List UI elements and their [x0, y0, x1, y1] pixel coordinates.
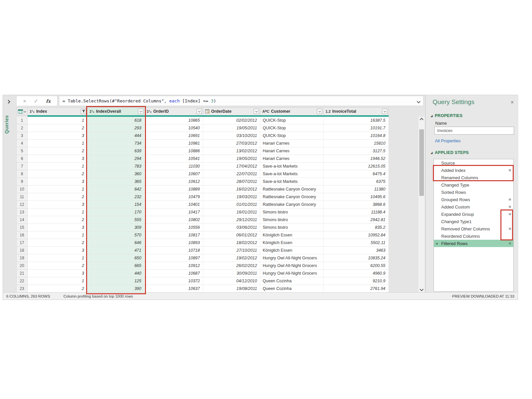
- column-header-index[interactable]: 1²₃Index: [28, 107, 87, 115]
- row-number-cell[interactable]: 8: [16, 170, 28, 178]
- data-cell[interactable]: 16/02/2012: [203, 186, 260, 193]
- data-cell[interactable]: Hungry Owl All-Night Grocers: [260, 270, 324, 277]
- data-cell[interactable]: 835.2: [324, 224, 389, 231]
- data-cell[interactable]: Simons bistro: [260, 208, 324, 216]
- data-cell[interactable]: 10417: [145, 208, 203, 216]
- scroll-down-button[interactable]: [418, 286, 425, 292]
- column-header-indexoverall[interactable]: 1²₃IndexOverall: [87, 107, 145, 115]
- data-cell[interactable]: 2: [28, 285, 87, 293]
- data-cell[interactable]: 293: [87, 124, 145, 132]
- data-cell[interactable]: 444: [87, 132, 145, 140]
- data-cell[interactable]: 10541: [145, 155, 203, 163]
- row-number-cell[interactable]: 14: [16, 216, 28, 224]
- data-cell[interactable]: 3: [28, 201, 87, 208]
- data-cell[interactable]: 10691: [145, 132, 203, 140]
- scroll-up-button[interactable]: [418, 117, 425, 123]
- data-cell[interactable]: 06/01/2012: [203, 231, 260, 239]
- applied-step-item[interactable]: Renamed Columns: [434, 174, 513, 181]
- data-cell[interactable]: 1: [28, 163, 87, 170]
- data-cell[interactable]: 16387.5: [324, 117, 389, 124]
- row-number-cell[interactable]: 16: [16, 231, 28, 239]
- data-cell[interactable]: 10889: [145, 186, 203, 193]
- column-dropdown-button[interactable]: [197, 109, 202, 114]
- data-cell[interactable]: 639: [87, 147, 145, 155]
- data-cell[interactable]: 10687: [145, 270, 203, 277]
- data-cell[interactable]: 10981: [145, 140, 203, 147]
- data-cell[interactable]: 10372: [145, 277, 203, 285]
- data-cell[interactable]: 3: [28, 178, 87, 186]
- applied-step-item[interactable]: Source: [434, 159, 513, 167]
- data-cell[interactable]: 1: [28, 231, 87, 239]
- data-cell[interactable]: 10718: [145, 247, 203, 254]
- data-cell[interactable]: 10893: [145, 239, 203, 247]
- data-cell[interactable]: 365: [87, 178, 145, 186]
- data-cell[interactable]: 294: [87, 155, 145, 163]
- data-cell[interactable]: 170: [87, 208, 145, 216]
- row-number-cell[interactable]: 5: [16, 147, 28, 155]
- data-cell[interactable]: 13/02/2012: [203, 147, 260, 155]
- data-cell[interactable]: 04/12/2010: [203, 277, 260, 285]
- data-cell[interactable]: 10191.7: [324, 124, 389, 132]
- applied-step-item[interactable]: Grouped Rows✱: [434, 196, 513, 203]
- step-settings-gear-icon[interactable]: ✱: [508, 241, 511, 246]
- applied-step-item[interactable]: Expanded Group✱: [434, 210, 513, 218]
- data-cell[interactable]: QUICK-Stop: [260, 117, 324, 124]
- query-name-input[interactable]: [434, 127, 514, 135]
- data-cell[interactable]: 11380: [324, 186, 389, 193]
- data-cell[interactable]: 10802: [145, 216, 203, 224]
- vertical-scrollbar[interactable]: [418, 117, 425, 292]
- step-settings-gear-icon[interactable]: ✱: [508, 212, 511, 216]
- row-number-cell[interactable]: 23: [16, 285, 28, 293]
- data-cell[interactable]: 2761.94: [324, 285, 389, 293]
- data-cell[interactable]: 11030: [145, 163, 203, 170]
- row-number-cell[interactable]: 22: [16, 277, 28, 285]
- data-cell[interactable]: Rattlesnake Canyon Grocery: [260, 186, 324, 193]
- column-header-orderid[interactable]: 1²₃OrderID: [145, 107, 203, 115]
- data-cell[interactable]: 6375: [324, 178, 389, 186]
- data-cell[interactable]: 3: [28, 247, 87, 254]
- row-number-cell[interactable]: 19: [16, 254, 28, 262]
- data-cell[interactable]: 29/12/2011: [203, 216, 260, 224]
- data-cell[interactable]: 10401: [145, 201, 203, 208]
- data-cell[interactable]: 27/10/2011: [203, 247, 260, 254]
- row-number-cell[interactable]: 1: [16, 117, 28, 124]
- data-cell[interactable]: 1: [28, 208, 87, 216]
- column-dropdown-button[interactable]: [382, 109, 387, 114]
- data-cell[interactable]: 2: [28, 170, 87, 178]
- data-cell[interactable]: 22/07/2011: [203, 170, 260, 178]
- column-dropdown-button[interactable]: [254, 109, 259, 114]
- applied-step-item[interactable]: Added Custom✱: [434, 203, 513, 210]
- data-cell[interactable]: 3: [28, 155, 87, 163]
- column-header-invoicetotal[interactable]: 1.2InvoiceTotal: [324, 107, 389, 115]
- data-cell[interactable]: Königlich Essen: [260, 231, 324, 239]
- data-cell[interactable]: 10886: [145, 147, 203, 155]
- expand-queries-pane-button[interactable]: [7, 98, 13, 104]
- data-cell[interactable]: 10897: [145, 254, 203, 262]
- data-cell[interactable]: 17/04/2012: [203, 163, 260, 170]
- data-cell[interactable]: Queen Cozinha: [260, 277, 324, 285]
- data-cell[interactable]: 646: [87, 239, 145, 247]
- data-cell[interactable]: 19/05/2011: [203, 124, 260, 132]
- data-cell[interactable]: 18/02/2012: [203, 239, 260, 247]
- data-cell[interactable]: Save-a-lot Markets: [260, 178, 324, 186]
- data-cell[interactable]: 9210.9: [324, 277, 389, 285]
- properties-section-header[interactable]: ◢ PROPERTIES: [431, 113, 463, 118]
- data-cell[interactable]: 4960.9: [324, 270, 389, 277]
- delete-step-icon[interactable]: ×: [436, 241, 438, 246]
- data-cell[interactable]: 2: [28, 216, 87, 224]
- data-cell[interactable]: 125: [87, 277, 145, 285]
- applied-step-item[interactable]: Added Index✱: [434, 167, 513, 174]
- applied-step-item[interactable]: Reordered Columns: [434, 232, 513, 240]
- data-cell[interactable]: QUICK-Stop: [260, 132, 324, 140]
- column-dropdown-button[interactable]: [138, 109, 143, 114]
- data-cell[interactable]: Hungry Owl All-Night Grocers: [260, 262, 324, 270]
- data-cell[interactable]: Hanari Carnes: [260, 140, 324, 147]
- data-cell[interactable]: 2: [28, 193, 87, 201]
- data-cell[interactable]: 2: [28, 239, 87, 247]
- formula-expand-button[interactable]: [417, 98, 420, 104]
- data-cell[interactable]: 28/07/2011: [203, 178, 260, 186]
- data-cell[interactable]: Hanari Carnes: [260, 147, 324, 155]
- data-cell[interactable]: 570: [87, 231, 145, 239]
- applied-step-item[interactable]: Changed Type: [434, 181, 513, 189]
- data-cell[interactable]: 19/05/2011: [203, 155, 260, 163]
